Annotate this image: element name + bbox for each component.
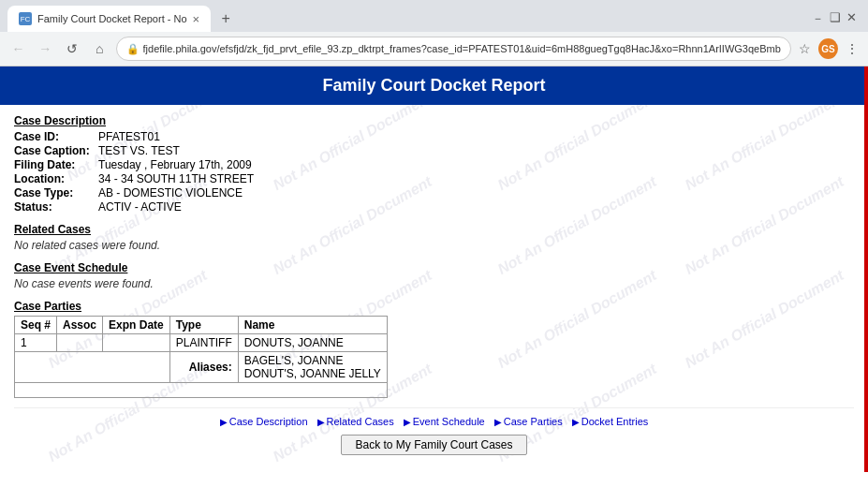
minimize-button[interactable]: －: [812, 10, 824, 27]
nav-related-cases[interactable]: ▶ Related Cases: [317, 416, 394, 427]
status-label: Status:: [14, 200, 98, 214]
menu-button[interactable]: ⋮: [844, 39, 861, 58]
back-to-cases-button[interactable]: Back to My Family Court Cases: [341, 435, 526, 455]
case-type-label: Case Type:: [14, 186, 98, 199]
nav-event-schedule-label: Event Schedule: [413, 416, 485, 427]
status-value: ACTIV - ACTIVE: [98, 200, 182, 214]
case-description-title: Case Description: [14, 114, 854, 127]
tab-bar: FC Family Court Docket Report - No × + －…: [0, 0, 868, 32]
home-button[interactable]: ⌂: [89, 37, 110, 60]
case-type-field: Case Type: AB - DOMESTIC VIOLENCE: [14, 186, 854, 199]
related-cases-title: Related Cases: [14, 223, 854, 236]
case-id-label: Case ID:: [14, 130, 98, 143]
nav-bar: ← → ↺ ⌂ 🔒 fjdefile.phila.gov/efsfjd/zk_f…: [0, 32, 868, 66]
aliases-values: BAGEL'S, JOANNE DONUT'S, JOANNE JELLY: [238, 352, 387, 383]
nav-docket-entries[interactable]: ▶ Docket Entries: [572, 416, 649, 427]
arrow-icon-4: ▶: [494, 417, 502, 427]
tab-favicon: FC: [19, 12, 32, 25]
browser-chrome: FC Family Court Docket Report - No × + －…: [0, 0, 868, 66]
arrow-icon-5: ▶: [572, 417, 580, 427]
case-parties-title: Case Parties: [14, 300, 854, 313]
profile-button[interactable]: GS: [818, 38, 838, 59]
tab-close-button[interactable]: ×: [193, 12, 200, 26]
footer-nav: ▶ Case Description ▶ Related Cases ▶ Eve…: [14, 407, 854, 431]
case-type-value: AB - DOMESTIC VIOLENCE: [98, 186, 243, 199]
row-seq: 1: [15, 334, 57, 352]
case-caption-label: Case Caption:: [14, 144, 98, 157]
alias-1: BAGEL'S, JOANNE: [244, 354, 381, 367]
case-event-schedule-title: Case Event Schedule: [14, 261, 854, 274]
location-value: 34 - 34 SOUTH 11TH STREET: [98, 172, 254, 185]
row-name: DONUTS, JOANNE: [238, 334, 387, 352]
tab-label: Family Court Docket Report - No: [37, 13, 187, 24]
back-btn-container: Back to My Family Court Cases: [14, 431, 854, 463]
content-wrapper: Case Description Case ID: PFATEST01 Case…: [14, 114, 854, 463]
new-tab-button[interactable]: +: [214, 7, 237, 30]
col-expn-date: Expn Date: [103, 317, 170, 334]
alias-2: DONUT'S, JOANNE JELLY: [244, 367, 381, 380]
filing-date-field: Filing Date: Tuesday , February 17th, 20…: [14, 158, 854, 171]
col-seq: Seq #: [15, 317, 57, 334]
page-body: Not An Official Document Not An Official…: [0, 105, 868, 472]
page-title: Family Court Docket Report: [322, 76, 545, 95]
filing-date-label: Filing Date:: [14, 158, 98, 171]
arrow-icon-3: ▶: [404, 417, 411, 427]
table-header-row: Seq # Assoc Expn Date Type Name: [15, 317, 388, 334]
nav-docket-entries-label: Docket Entries: [581, 416, 649, 427]
nav-related-cases-label: Related Cases: [327, 416, 394, 427]
empty-row: [15, 383, 388, 398]
close-button[interactable]: ✕: [846, 10, 857, 27]
nav-event-schedule[interactable]: ▶ Event Schedule: [404, 416, 485, 427]
case-event-no-found: No case events were found.: [14, 277, 854, 290]
url-text: fjdefile.phila.gov/efsfjd/zk_fjd_prvt_ef…: [143, 43, 781, 54]
case-id-field: Case ID: PFATEST01: [14, 130, 854, 143]
active-tab[interactable]: FC Family Court Docket Report - No ×: [7, 6, 211, 32]
case-parties-section: Case Parties Seq # Assoc Expn Date Type …: [14, 300, 854, 398]
col-type: Type: [169, 317, 238, 334]
bookmark-icon[interactable]: ☆: [797, 39, 813, 58]
forward-button[interactable]: →: [35, 37, 56, 60]
arrow-icon-2: ▶: [317, 417, 325, 427]
row-assoc: [57, 334, 103, 352]
aliases-row: Aliases: BAGEL'S, JOANNE DONUT'S, JOANNE…: [15, 352, 388, 383]
refresh-button[interactable]: ↺: [62, 37, 83, 60]
nav-case-description-label: Case Description: [229, 416, 308, 427]
page-header: Family Court Docket Report: [0, 66, 868, 105]
col-name: Name: [238, 317, 387, 334]
arrow-icon-1: ▶: [220, 417, 228, 427]
nav-case-parties[interactable]: ▶ Case Parties: [494, 416, 563, 427]
nav-case-description[interactable]: ▶ Case Description: [220, 416, 308, 427]
status-field: Status: ACTIV - ACTIVE: [14, 200, 854, 214]
filing-date-value: Tuesday , February 17th, 2009: [98, 158, 252, 171]
location-field: Location: 34 - 34 SOUTH 11TH STREET: [14, 172, 854, 185]
page-content: Family Court Docket Report Not An Offici…: [0, 66, 868, 472]
location-label: Location:: [14, 172, 98, 185]
back-button[interactable]: ←: [7, 37, 29, 60]
address-bar[interactable]: 🔒 fjdefile.phila.gov/efsfjd/zk_fjd_prvt_…: [116, 37, 791, 61]
row-type: PLAINTIFF: [169, 334, 238, 352]
case-caption-value: TEST VS. TEST: [98, 144, 180, 157]
case-id-value: PFATEST01: [98, 130, 160, 143]
case-event-schedule-section: Case Event Schedule No case events were …: [14, 261, 854, 290]
restore-button[interactable]: ❑: [830, 10, 841, 27]
col-assoc: Assoc: [57, 317, 103, 334]
related-cases-no-found: No related cases were found.: [14, 239, 854, 252]
related-cases-section: Related Cases No related cases were foun…: [14, 223, 854, 252]
table-row: 1 PLAINTIFF DONUTS, JOANNE: [15, 334, 388, 352]
row-expn-date: [103, 334, 170, 352]
case-description-section: Case Description Case ID: PFATEST01 Case…: [14, 114, 854, 214]
case-parties-table: Seq # Assoc Expn Date Type Name 1 PLAI: [14, 316, 388, 398]
nav-case-parties-label: Case Parties: [504, 416, 563, 427]
case-caption-field: Case Caption: TEST VS. TEST: [14, 144, 854, 157]
aliases-label: Aliases:: [169, 352, 238, 383]
